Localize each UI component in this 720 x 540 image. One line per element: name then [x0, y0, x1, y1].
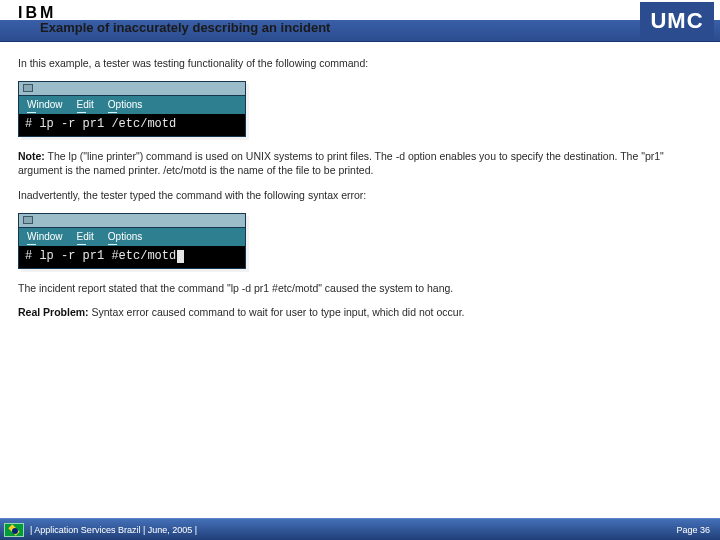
note-label: Note: [18, 150, 45, 162]
terminal-command-1: # lp -r pr1 /etc/motd [19, 114, 245, 136]
header-bar: IBM Example of inaccurately describing a… [0, 0, 720, 42]
cursor-icon [177, 250, 184, 263]
system-menu-icon [23, 84, 33, 92]
menu-window: Window [27, 98, 63, 112]
terminal-titlebar [19, 214, 245, 228]
note-paragraph: Note: The lp ("line printer") command is… [18, 149, 702, 178]
terminal-window-1: Window Edit Options # lp -r pr1 /etc/mot… [18, 81, 246, 137]
real-problem-paragraph: Real Problem: Syntax error caused comman… [18, 305, 702, 320]
menu-options: Options [108, 230, 142, 244]
umc-logo: UMC [640, 2, 714, 40]
slide-title: Example of inaccurately describing an in… [40, 20, 330, 35]
terminal-menubar: Window Edit Options [19, 96, 245, 114]
note-text: The lp ("line printer") command is used … [18, 150, 664, 177]
terminal-menubar: Window Edit Options [19, 228, 245, 246]
terminal-command-2: # lp -r pr1 #etc/motd [19, 246, 245, 268]
menu-edit: Edit [77, 230, 94, 244]
menu-options: Options [108, 98, 142, 112]
footer-info: | Application Services Brazil | June, 20… [30, 525, 197, 535]
real-problem-text: Syntax error caused command to wait for … [89, 306, 465, 318]
terminal-window-2: Window Edit Options # lp -r pr1 #etc/mot… [18, 213, 246, 269]
report-line: The incident report stated that the comm… [18, 281, 702, 296]
menu-edit: Edit [77, 98, 94, 112]
footer-bar: | Application Services Brazil | June, 20… [0, 518, 720, 540]
terminal-command-2-text: # lp -r pr1 #etc/motd [25, 248, 176, 265]
brazil-flag-icon [4, 523, 24, 537]
footer-left: | Application Services Brazil | June, 20… [4, 523, 197, 537]
page-number: Page 36 [676, 525, 710, 535]
real-problem-label: Real Problem: [18, 306, 89, 318]
inadvertent-text: Inadvertently, the tester typed the comm… [18, 188, 702, 203]
slide-content: In this example, a tester was testing fu… [0, 42, 720, 320]
system-menu-icon [23, 216, 33, 224]
terminal-titlebar [19, 82, 245, 96]
menu-window: Window [27, 230, 63, 244]
intro-text: In this example, a tester was testing fu… [18, 56, 702, 71]
